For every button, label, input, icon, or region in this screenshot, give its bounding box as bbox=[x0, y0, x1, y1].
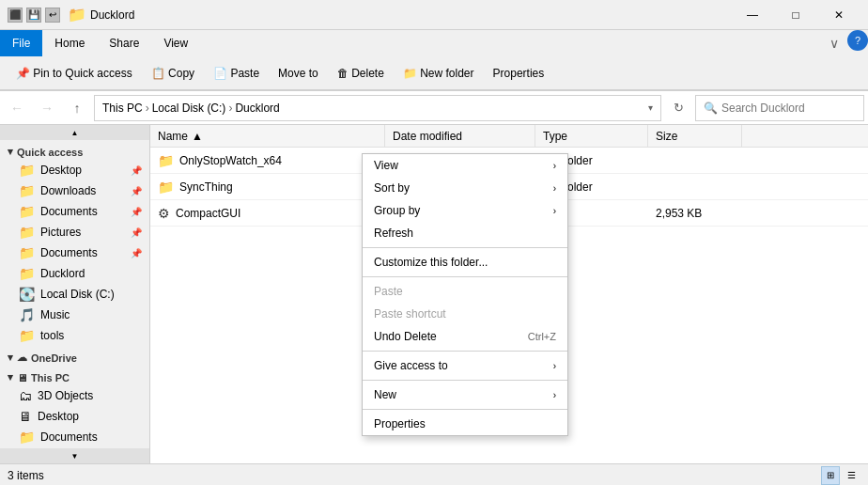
folder-icon: 📁 bbox=[19, 245, 35, 260]
status-bar: 3 items ⊞ ☰ bbox=[0, 463, 868, 485]
view-icons: ⊞ ☰ bbox=[821, 466, 860, 485]
folder-icon: 📁 bbox=[19, 163, 35, 178]
refresh-button[interactable]: ↻ bbox=[665, 95, 691, 121]
search-icon: 🔍 bbox=[704, 102, 718, 115]
file-folder-icon: 📁 bbox=[158, 153, 174, 168]
quick-access-expand-icon[interactable]: ▾ bbox=[8, 146, 13, 158]
sidebar-item-3dobjects[interactable]: 🗂 3D Objects bbox=[0, 385, 149, 406]
search-input[interactable] bbox=[721, 102, 856, 115]
ctx-separator bbox=[363, 276, 567, 277]
ctx-item-refresh[interactable]: Refresh bbox=[363, 222, 567, 244]
ctx-item-sortby[interactable]: Sort by › bbox=[363, 177, 567, 199]
close-button[interactable]: ✕ bbox=[817, 0, 860, 30]
window-folder-icon: 📁 bbox=[68, 6, 86, 23]
ribbon-bar: 📌 Pin to Quick access 📋 Copy 📄 Paste Mov… bbox=[0, 56, 868, 90]
ctx-separator bbox=[363, 247, 567, 248]
pin-quick-access-btn[interactable]: 📌 Pin to Quick access bbox=[8, 62, 141, 85]
sidebar: ▲ ▾ Quick access 📁 Desktop 📌 📁 Downloads… bbox=[0, 125, 150, 463]
context-menu: View › Sort by › Group by › Refresh Cust… bbox=[362, 153, 568, 436]
sort-icon: ▲ bbox=[192, 130, 203, 143]
sidebar-item-ducklord[interactable]: 📁 Ducklord bbox=[0, 263, 149, 284]
ctx-item-paste-shortcut[interactable]: Paste shortcut bbox=[363, 303, 567, 325]
file-app-icon: ⚙ bbox=[158, 206, 170, 221]
ctx-item-undo-delete[interactable]: Undo Delete Ctrl+Z bbox=[363, 325, 567, 348]
sidebar-thispc-label: ▾ 🖥 This PC bbox=[0, 366, 149, 385]
maximize-button[interactable]: □ bbox=[774, 0, 817, 30]
folder-icon: 📁 bbox=[19, 430, 35, 445]
file-list-header: Name ▲ Date modified Type Size bbox=[150, 125, 868, 148]
sidebar-item-localdisk[interactable]: 💽 Local Disk (C:) bbox=[0, 284, 149, 305]
list-view-btn[interactable]: ☰ bbox=[842, 466, 860, 485]
move-to-btn[interactable]: Move to bbox=[270, 62, 327, 85]
sidebar-item-documents[interactable]: 📁 Documents 📌 bbox=[0, 201, 149, 222]
title-bar-icons: ⬛ 💾 ↩ bbox=[8, 8, 60, 23]
ctx-separator bbox=[363, 351, 567, 352]
window-controls: — □ ✕ bbox=[731, 0, 860, 30]
grid-view-btn[interactable]: ⊞ bbox=[821, 466, 840, 485]
sidebar-quick-access-label: ▾ Quick access bbox=[0, 140, 149, 160]
sidebar-item-desktop[interactable]: 📁 Desktop 📌 bbox=[0, 160, 149, 180]
sidebar-item-downloads[interactable]: 📁 Downloads 📌 bbox=[0, 180, 149, 201]
sidebar-item-documents3[interactable]: 📁 Documents bbox=[0, 427, 149, 447]
title-bar: ⬛ 💾 ↩ 📁 Ducklord — □ ✕ bbox=[0, 0, 868, 30]
back-button[interactable]: ← bbox=[4, 95, 30, 121]
onedrive-expand-icon[interactable]: ▾ bbox=[8, 352, 13, 364]
sidebar-scroll-up[interactable]: ▲ bbox=[0, 125, 149, 140]
sidebar-item-music[interactable]: 🎵 Music bbox=[0, 305, 149, 325]
main-area: ▲ ▾ Quick access 📁 Desktop 📌 📁 Downloads… bbox=[0, 125, 868, 463]
paste-btn[interactable]: 📄 Paste bbox=[205, 62, 268, 85]
ctx-item-new[interactable]: New › bbox=[363, 383, 567, 406]
3dobjects-icon: 🗂 bbox=[19, 388, 32, 403]
submenu-arrow-icon: › bbox=[553, 206, 556, 216]
col-header-size[interactable]: Size bbox=[648, 125, 742, 147]
sidebar-item-tools[interactable]: 📁 tools bbox=[0, 325, 149, 346]
submenu-arrow-icon: › bbox=[553, 183, 556, 194]
help-btn[interactable]: ? bbox=[847, 30, 868, 51]
ctx-separator bbox=[363, 409, 567, 410]
thispc-expand-icon[interactable]: ▾ bbox=[8, 371, 13, 383]
folder-icon: 📁 bbox=[19, 225, 35, 240]
folder-icon: 📁 bbox=[19, 328, 35, 343]
delete-btn[interactable]: 🗑 Delete bbox=[329, 62, 393, 85]
sidebar-onedrive-label: ▾ ☁ OneDrive bbox=[0, 346, 149, 366]
submenu-arrow-icon: › bbox=[553, 390, 556, 400]
ctx-item-paste[interactable]: Paste bbox=[363, 280, 567, 303]
save-icon: 💾 bbox=[26, 8, 41, 23]
tab-home[interactable]: Home bbox=[42, 30, 97, 56]
folder-icon: 📁 bbox=[19, 183, 35, 198]
tab-view[interactable]: View bbox=[151, 30, 200, 56]
sidebar-item-desktop2[interactable]: 🖥 Desktop bbox=[0, 406, 149, 427]
ctx-item-properties[interactable]: Properties bbox=[363, 413, 567, 435]
copy-btn[interactable]: 📋 Copy bbox=[143, 62, 203, 85]
window-title: Ducklord bbox=[90, 8, 731, 22]
ctx-item-give-access[interactable]: Give access to › bbox=[363, 354, 567, 377]
properties-btn[interactable]: Properties bbox=[485, 62, 553, 85]
sidebar-item-documents2[interactable]: 📁 Documents 📌 bbox=[0, 242, 149, 263]
submenu-arrow-icon: › bbox=[553, 161, 556, 171]
quick-access-icon: ⬛ bbox=[8, 8, 23, 23]
new-folder-btn[interactable]: 📁 New folder bbox=[395, 62, 483, 85]
ctx-item-groupby[interactable]: Group by › bbox=[363, 199, 567, 222]
pin-icon: 📌 bbox=[131, 248, 142, 258]
sidebar-scroll-down[interactable]: ▼ bbox=[0, 448, 149, 463]
tab-share[interactable]: Share bbox=[97, 30, 151, 56]
ribbon-expand-btn[interactable]: ∨ bbox=[821, 30, 847, 56]
sidebar-item-pictures[interactable]: 📁 Pictures 📌 bbox=[0, 222, 149, 242]
col-header-date[interactable]: Date modified bbox=[385, 125, 535, 147]
minimize-button[interactable]: — bbox=[731, 0, 774, 30]
col-header-name[interactable]: Name ▲ bbox=[150, 125, 385, 147]
forward-button[interactable]: → bbox=[34, 95, 60, 121]
ctx-item-customize[interactable]: Customize this folder... bbox=[363, 251, 567, 274]
folder-icon: 📁 bbox=[19, 204, 35, 219]
ctx-item-view[interactable]: View › bbox=[363, 154, 567, 177]
up-button[interactable]: ↑ bbox=[64, 95, 90, 121]
address-path[interactable]: This PC › Local Disk (C:) › Ducklord ▾ bbox=[94, 95, 661, 121]
col-header-type[interactable]: Type bbox=[535, 125, 648, 147]
path-ducklord: Ducklord bbox=[235, 102, 279, 115]
address-bar: ← → ↑ This PC › Local Disk (C:) › Ducklo… bbox=[0, 91, 868, 125]
tab-file[interactable]: File bbox=[0, 30, 42, 56]
path-dropdown-icon[interactable]: ▾ bbox=[648, 102, 653, 113]
ctx-separator bbox=[363, 380, 567, 381]
file-area: Name ▲ Date modified Type Size 📁 OnlySto… bbox=[150, 125, 868, 463]
folder-icon: 📁 bbox=[19, 266, 35, 281]
